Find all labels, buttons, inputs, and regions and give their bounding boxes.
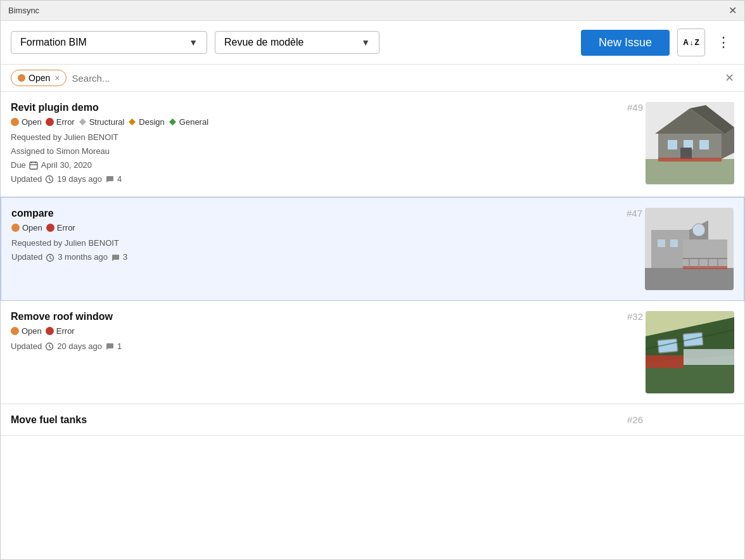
svg-rect-46 — [646, 355, 684, 368]
svg-marker-2 — [169, 118, 176, 125]
issue-tags-32: Open Error — [11, 326, 638, 336]
svg-line-23 — [50, 258, 52, 259]
issue-number-32: #32 — [627, 311, 643, 322]
comment-icon-49 — [105, 175, 114, 184]
open-dot-icon-47 — [11, 224, 20, 232]
svg-rect-47 — [684, 349, 734, 365]
svg-line-40 — [49, 347, 51, 348]
design-tag: Design — [128, 117, 164, 127]
phase-arrow-icon: ▼ — [361, 37, 370, 48]
updated-49: Updated 19 days ago 4 — [11, 172, 638, 186]
phase-dropdown[interactable]: Revue de modèle ▼ — [215, 31, 379, 54]
requested-by-49: Requested by Julien BENOIT — [11, 130, 638, 144]
table-row[interactable]: compare Open Error Requested by Julien B… — [1, 197, 744, 301]
issue-thumbnail-32 — [646, 311, 734, 393]
svg-rect-30 — [658, 239, 665, 247]
search-clear-button[interactable]: ✕ — [725, 71, 734, 85]
issue-title-26: Move fuel tanks — [11, 414, 734, 426]
close-button[interactable]: ✕ — [729, 6, 737, 16]
issue-content-32: Remove roof window Open Error Updated 20… — [11, 311, 638, 393]
issue-number-26: #26 — [627, 414, 643, 425]
svg-rect-45 — [683, 333, 703, 347]
new-issue-button[interactable]: New Issue — [581, 30, 670, 56]
clock-icon-47 — [46, 253, 54, 262]
comment-icon-47 — [111, 253, 120, 262]
phase-label: Revue de modèle — [224, 37, 303, 48]
issue-meta-49: Requested by Julien BENOIT Assigned to S… — [11, 130, 638, 186]
issue-meta-32: Updated 20 days ago 1 — [11, 340, 638, 353]
assigned-to-49: Assigned to Simon Moreau — [11, 144, 638, 158]
search-input[interactable] — [72, 73, 720, 84]
issue-tags-47: Open Error — [11, 223, 637, 232]
svg-rect-16 — [668, 140, 677, 150]
issue-title-32: Remove roof window — [11, 311, 638, 322]
open-tag-47: Open — [11, 223, 42, 232]
table-row[interactable]: Remove roof window Open Error Updated 20… — [1, 301, 744, 404]
open-tag-32: Open — [11, 326, 42, 336]
table-row[interactable]: Move fuel tanks #26 — [1, 404, 744, 436]
open-filter-tag[interactable]: Open × — [11, 70, 67, 86]
design-diamond-icon — [128, 118, 136, 126]
table-row[interactable]: Revit plugin demo Open Error Structural … — [1, 92, 744, 197]
issue-title-49: Revit plugin demo — [11, 102, 638, 113]
clock-icon-32 — [45, 342, 54, 351]
svg-rect-20 — [658, 158, 722, 162]
svg-rect-19 — [680, 148, 692, 159]
structural-tag: Structural — [79, 117, 125, 127]
sort-button[interactable]: A↓Z — [677, 29, 705, 56]
clock-icon-49 — [45, 175, 54, 184]
error-tag-47: Error — [46, 223, 75, 232]
svg-line-9 — [49, 180, 51, 181]
issue-thumbnail-47 — [645, 208, 734, 290]
project-label: Formation BIM — [20, 37, 87, 48]
filter-tag-label: Open — [29, 73, 50, 83]
svg-rect-3 — [30, 162, 37, 169]
issue-number-49: #49 — [627, 102, 643, 113]
svg-rect-25 — [645, 268, 734, 290]
toolbar: Formation BIM ▼ Revue de modèle ▼ New Is… — [1, 21, 744, 65]
updated-47: Updated 3 months ago 3 — [11, 250, 637, 264]
error-dot-icon — [46, 118, 54, 126]
general-tag: General — [169, 117, 208, 127]
error-tag-32: Error — [46, 326, 75, 336]
open-tag: Open — [11, 117, 42, 127]
sort-az-icon: A↓Z — [683, 39, 699, 46]
project-dropdown[interactable]: Formation BIM ▼ — [11, 31, 207, 54]
issue-content-26: Move fuel tanks — [11, 414, 734, 430]
svg-rect-11 — [646, 159, 734, 184]
open-dot-icon — [11, 118, 19, 126]
issue-meta-47: Requested by Julien BENOIT Updated 3 mon… — [11, 236, 637, 264]
issue-content-47: compare Open Error Requested by Julien B… — [11, 208, 637, 290]
svg-rect-18 — [699, 140, 709, 150]
issue-tags-49: Open Error Structural Design General — [11, 117, 638, 127]
svg-rect-31 — [670, 239, 678, 247]
requested-by-47: Requested by Julien BENOIT — [11, 236, 637, 250]
error-dot-icon-32 — [46, 327, 54, 335]
due-date-49: Due April 30, 2020 — [11, 158, 638, 172]
calendar-icon — [29, 161, 38, 170]
svg-marker-1 — [129, 118, 136, 125]
window-title: Bimsync — [8, 6, 39, 15]
error-tag: Error — [46, 117, 75, 127]
general-diamond-icon — [169, 118, 177, 126]
titlebar: Bimsync ✕ — [1, 1, 744, 21]
comment-icon-32 — [105, 342, 114, 351]
svg-marker-0 — [79, 118, 86, 125]
issue-number-47: #47 — [627, 208, 642, 219]
svg-point-29 — [692, 224, 705, 236]
more-options-button[interactable]: ⋮ — [713, 34, 734, 51]
issue-thumbnail-49 — [646, 102, 734, 184]
filter-tag-close-icon[interactable]: × — [54, 73, 60, 83]
updated-32: Updated 20 days ago 1 — [11, 340, 638, 353]
issue-title-47: compare — [11, 208, 637, 219]
open-dot-icon-32 — [11, 327, 19, 335]
structural-diamond-icon — [79, 118, 87, 126]
issue-content-49: Revit plugin demo Open Error Structural … — [11, 102, 638, 186]
issues-list: Revit plugin demo Open Error Structural … — [1, 92, 744, 556]
project-arrow-icon: ▼ — [189, 37, 198, 48]
filter-bar: Open × ✕ — [1, 65, 744, 92]
error-dot-icon-47 — [46, 224, 54, 232]
open-status-dot — [18, 74, 25, 82]
